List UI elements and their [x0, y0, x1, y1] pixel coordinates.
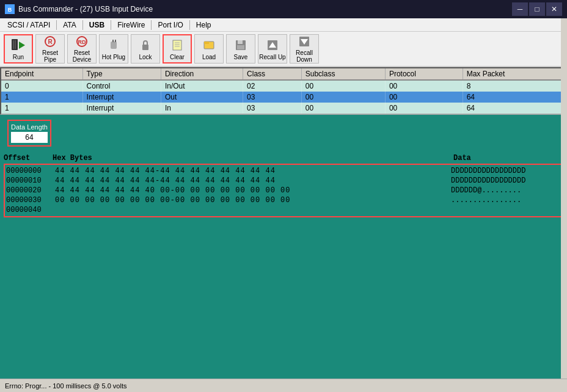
- recall-up-button[interactable]: Recall Up: [258, 34, 287, 64]
- hex-row: 00000030 00 00 00 00 00 00 00 00-00 00 0…: [6, 195, 561, 205]
- clear-icon: [170, 38, 185, 53]
- data-length-value: 64: [11, 132, 48, 143]
- menu-separator-2: [82, 20, 83, 30]
- svg-rect-13: [142, 45, 148, 50]
- svg-text:B: B: [8, 7, 12, 13]
- hex-header: Hex Bytes: [53, 154, 453, 162]
- svg-rect-22: [237, 45, 244, 49]
- data-length-box: Data Length 64: [7, 120, 51, 147]
- window-controls: ─ □ ✕: [512, 2, 562, 16]
- hex-data: DDDDDDDDDDDDDDDDD: [451, 176, 561, 185]
- hex-dump-header: Offset Hex Bytes Data: [4, 153, 563, 164]
- hex-offset: 00000010: [6, 176, 55, 185]
- hex-area: 00000000 44 44 44 44 44 44 44-44 44 44 4…: [4, 164, 563, 217]
- svg-rect-11: [112, 40, 114, 42]
- hex-row: 00000020 44 44 44 44 44 44 40 00-00 00 0…: [6, 186, 561, 195]
- svg-rect-12: [115, 40, 116, 42]
- col-class: Class: [243, 68, 302, 80]
- col-maxpacket: Max Packet: [463, 68, 565, 80]
- status-text: Errno: Progr... - 100 millisecs @ 5.0 vo…: [5, 382, 126, 390]
- svg-text:RD: RD: [78, 39, 86, 45]
- table-row[interactable]: 1InterruptIn03000064: [1, 103, 566, 114]
- col-direction: Direction: [161, 68, 243, 80]
- reset-pipe-button[interactable]: R Reset Pipe: [35, 34, 65, 64]
- menu-scsi[interactable]: SCSI / ATAPI: [2, 20, 55, 31]
- hex-offset: 00000030: [6, 196, 55, 205]
- svg-rect-21: [238, 40, 243, 44]
- svg-text:R: R: [48, 38, 53, 45]
- load-icon: [202, 38, 216, 53]
- hot-plug-button[interactable]: Hot Plug: [99, 34, 128, 64]
- offset-header: Offset: [4, 154, 53, 162]
- data-header: Data: [453, 154, 563, 162]
- hex-offset: 00000020: [6, 186, 55, 195]
- hex-row: 00000040: [6, 205, 561, 215]
- hex-row: 00000010 44 44 44 44 44 44 44-44 44 44 4…: [6, 176, 561, 186]
- menu-usb[interactable]: USB: [84, 20, 109, 31]
- recall-down-icon: [297, 35, 312, 48]
- endpoint-table-wrapper: Endpoint Type Direction Class Subclass P…: [0, 67, 567, 115]
- run-button[interactable]: Run: [4, 34, 33, 64]
- col-subclass: Subclass: [301, 68, 385, 80]
- recall-up-icon: [265, 38, 280, 53]
- col-protocol: Protocol: [385, 68, 463, 80]
- hex-data: [451, 206, 561, 214]
- col-endpoint: Endpoint: [1, 68, 82, 80]
- svg-rect-10: [111, 42, 117, 49]
- hex-row: 00000000 44 44 44 44 44 44 44-44 44 44 4…: [6, 166, 561, 176]
- load-button[interactable]: Load: [194, 34, 224, 64]
- lock-icon: [138, 38, 153, 53]
- reset-device-icon: RD: [75, 35, 89, 48]
- run-icon: [11, 38, 26, 53]
- statusbar: Errno: Progr... - 100 millisecs @ 5.0 vo…: [0, 379, 567, 392]
- reset-device-button[interactable]: RD Reset Device: [67, 34, 97, 64]
- hex-bytes: 44 44 44 44 44 44 44-44 44 44 44 44 44 4…: [55, 167, 451, 175]
- svg-marker-5: [19, 42, 25, 49]
- menu-separator-1: [56, 20, 57, 30]
- endpoint-table: Endpoint Type Direction Class Subclass P…: [1, 68, 566, 114]
- recall-down-button[interactable]: Recall Down: [290, 34, 319, 64]
- menu-separator-5: [189, 20, 190, 30]
- hex-data: DDDDDD@.........: [451, 186, 561, 195]
- menu-help[interactable]: Help: [191, 20, 216, 31]
- hex-offset: 00000040: [6, 206, 55, 214]
- menu-firewire[interactable]: FireWire: [112, 20, 150, 31]
- minimize-button[interactable]: ─: [512, 2, 528, 16]
- hex-data: ................: [451, 196, 561, 205]
- hex-bytes: [55, 206, 451, 214]
- svg-rect-19: [204, 42, 209, 44]
- hex-bytes: 44 44 44 44 44 44 40 00-00 00 00 00 00 0…: [55, 186, 451, 195]
- hex-bytes: 44 44 44 44 44 44 44-44 44 44 44 44 44 4…: [55, 176, 451, 185]
- close-button[interactable]: ✕: [546, 2, 562, 16]
- menu-separator-4: [151, 20, 152, 30]
- table-row[interactable]: 1InterruptOut03000064: [1, 92, 566, 103]
- toolbar: Run R Reset Pipe RD Reset Device H: [0, 32, 567, 67]
- hot-plug-icon: [106, 38, 121, 53]
- hex-offset: 00000000: [6, 167, 55, 175]
- svg-rect-3: [13, 40, 14, 49]
- table-row[interactable]: 0ControlIn/Out0200008: [1, 80, 566, 92]
- menu-separator-3: [111, 20, 111, 30]
- maximize-button[interactable]: □: [529, 2, 545, 16]
- data-length-area: Data Length 64: [0, 115, 567, 151]
- data-length-label: Data Length: [11, 123, 48, 131]
- svg-rect-4: [15, 40, 16, 49]
- titlebar: B Bus Commander - (27) USB Input Device …: [0, 0, 567, 18]
- hex-bytes: 00 00 00 00 00 00 00 00-00 00 00 00 00 0…: [55, 196, 451, 205]
- app-icon: B: [5, 4, 15, 14]
- clear-button[interactable]: Clear: [163, 34, 192, 64]
- menu-ata[interactable]: ATA: [58, 20, 81, 31]
- reset-pipe-icon: R: [43, 35, 57, 48]
- window-title: Bus Commander - (27) USB Input Device: [18, 5, 512, 13]
- menu-portio[interactable]: Port I/O: [153, 20, 188, 31]
- hex-data: DDDDDDDDDDDDDDDDD: [451, 167, 561, 175]
- save-icon: [233, 38, 248, 53]
- svg-rect-14: [173, 40, 181, 50]
- save-button[interactable]: Save: [226, 34, 255, 64]
- col-type: Type: [82, 68, 161, 80]
- right-scrollbar[interactable]: [561, 18, 567, 379]
- menubar: SCSI / ATAPI ATA USB FireWire Port I/O H…: [0, 18, 567, 32]
- lock-button[interactable]: Lock: [131, 34, 160, 64]
- hex-dump-container: Offset Hex Bytes Data 00000000 44 44 44 …: [0, 151, 567, 219]
